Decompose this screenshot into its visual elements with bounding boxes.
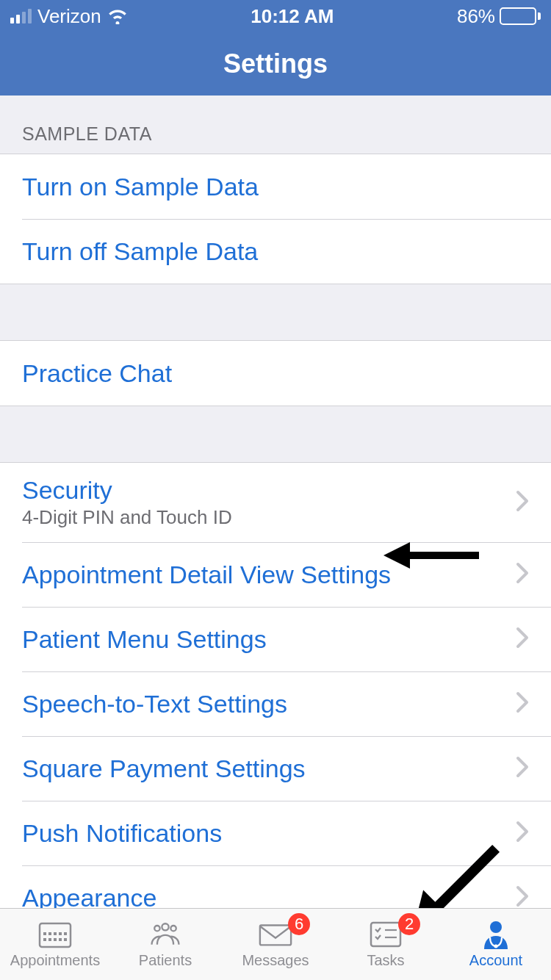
tab-label: Account [469,952,522,969]
carrier-label: Verizon [37,5,101,28]
tab-messages[interactable]: 6 Messages [220,909,331,980]
svg-point-23 [494,945,498,948]
row-label: Appointment Detail View Settings [22,561,516,589]
svg-rect-6 [48,932,51,935]
row-turn-on-sample[interactable]: Turn on Sample Data [0,154,551,219]
row-label: Push Notifications [22,819,516,848]
section-header-sample: SAMPLE DATA [0,96,551,154]
tab-label: Messages [242,952,309,969]
svg-rect-18 [260,926,291,945]
tab-appointments[interactable]: Appointments [0,909,110,980]
doctor-icon [478,920,514,949]
row-label: Square Payment Settings [22,754,516,783]
badge: 6 [288,913,310,935]
row-push-notifications[interactable]: Push Notifications [0,801,551,865]
tab-label: Tasks [367,952,404,969]
battery-icon [500,7,541,25]
svg-rect-9 [64,932,67,935]
svg-rect-12 [54,938,57,941]
row-label: Appearance [22,884,516,909]
page-title: Settings [223,48,328,79]
status-right: 86% [457,5,541,28]
svg-point-15 [154,926,159,931]
row-turn-off-sample[interactable]: Turn off Sample Data [0,219,551,284]
list-sample: Turn on Sample Data Turn off Sample Data [0,154,551,284]
svg-point-17 [170,926,176,931]
calendar-icon [37,920,73,949]
battery-percent: 86% [457,5,495,28]
svg-rect-10 [43,938,46,941]
list-main: Security 4-Digit PIN and Touch ID Appoin… [0,462,551,908]
svg-rect-8 [59,932,62,935]
row-label: Speech-to-Text Settings [22,690,516,718]
svg-rect-19 [371,923,400,946]
spacer [0,284,551,340]
chevron-right-icon [516,627,529,652]
row-label: Turn off Sample Data [22,237,529,266]
row-appearance[interactable]: Appearance [0,865,551,908]
tab-label: Appointments [10,952,100,969]
status-bar: Verizon 10:12 AM 86% [0,0,551,32]
tab-account[interactable]: Account [441,909,551,980]
row-square-payment-settings[interactable]: Square Payment Settings [0,736,551,801]
status-left: Verizon [10,5,128,28]
signal-icon [10,9,32,24]
row-speech-to-text-settings[interactable]: Speech-to-Text Settings [0,671,551,736]
row-sublabel: 4-Digit PIN and Touch ID [22,506,516,529]
people-icon [148,920,183,949]
tab-tasks[interactable]: 2 Tasks [331,909,441,980]
settings-content: SAMPLE DATA Turn on Sample Data Turn off… [0,96,551,908]
status-time: 10:12 AM [251,5,334,28]
wifi-icon [107,8,128,24]
row-appointment-detail-view-settings[interactable]: Appointment Detail View Settings [0,542,551,607]
chevron-right-icon [516,821,529,846]
svg-point-22 [490,921,502,933]
row-security[interactable]: Security 4-Digit PIN and Touch ID [0,463,551,542]
svg-rect-13 [59,938,62,941]
svg-rect-5 [43,932,46,935]
list-chat: Practice Chat [0,340,551,406]
chevron-right-icon [516,885,529,908]
svg-rect-11 [48,938,51,941]
tab-patients[interactable]: Patients [110,909,220,980]
chevron-right-icon [516,490,529,515]
svg-rect-7 [54,932,57,935]
svg-point-16 [162,923,168,930]
spacer [0,406,551,462]
nav-bar: Settings [0,32,551,96]
chevron-right-icon [516,562,529,587]
svg-rect-14 [64,938,67,941]
chevron-right-icon [516,691,529,716]
tab-label: Patients [139,952,192,969]
row-practice-chat[interactable]: Practice Chat [0,341,551,406]
row-label: Security [22,476,516,505]
tab-bar: Appointments Patients 6 Messages 2 Tasks… [0,908,551,980]
row-label: Turn on Sample Data [22,173,529,201]
chevron-right-icon [516,756,529,781]
badge: 2 [398,913,420,935]
row-label: Practice Chat [22,359,529,388]
row-patient-menu-settings[interactable]: Patient Menu Settings [0,607,551,671]
row-label: Patient Menu Settings [22,625,516,654]
